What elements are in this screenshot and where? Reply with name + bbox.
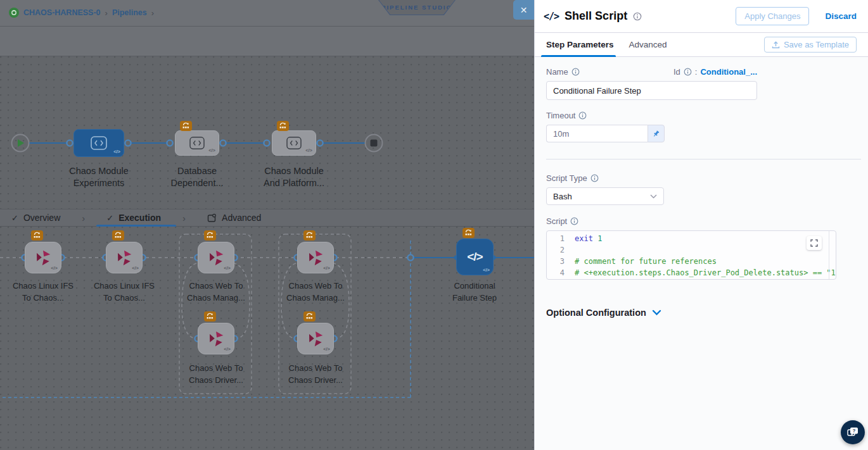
breadcrumb-chevron-icon: › [105,8,108,18]
chaos-experiment-icon [306,329,325,348]
pipeline-studio-badge: PIPELINE STUDIO [378,0,456,15]
info-icon[interactable] [570,217,578,225]
script-code-editor[interactable]: 1 exit 1 2 3 # comment for future refere… [546,230,836,280]
tab-advanced-panel[interactable]: Advanced [629,40,667,49]
breadcrumb-pipelines-link[interactable]: Pipelines [112,8,147,17]
step-template-badge-icon [303,230,316,241]
stage-node-chaos-module-experiments[interactable]: </> [73,129,124,157]
step-id-value-link[interactable]: Conditional_... [700,67,757,77]
top-header-row: CHAOS-HARNESS-0 › Pipelines › PIPELINE S… [0,0,534,27]
step-node-chaos-web-manager-1[interactable]: </> [198,242,234,273]
step-label: Chaos Linux IFSTo Chaos... [2,280,84,304]
code-line: 1 exit 1 [547,233,836,244]
step-code-icon: </> [323,265,330,271]
name-field-label: Name [546,67,580,77]
chevron-down-icon [652,309,661,316]
script-field-label: Script [546,216,857,226]
info-icon[interactable] [578,111,587,120]
stage-template-badge-icon [277,121,289,131]
tab-chevron-icon: › [182,213,186,223]
execution-graph-connectors [0,227,534,450]
pin-icon [652,130,660,138]
editor-scrollbar-gutter [829,231,829,279]
step-code-icon: </> [224,346,231,352]
step-template-badge-icon [204,311,216,322]
tab-step-parameters[interactable]: Step Parameters [546,40,614,49]
info-icon[interactable] [571,68,580,76]
help-chat-icon: ? [846,427,859,438]
step-label: Chaos Web ToChaos Manag... [175,280,257,304]
pipeline-studio-dimmed-background: CHAOS-HARNESS-0 › Pipelines › PIPELINE S… [0,0,534,450]
discard-button[interactable]: Discard [825,11,857,21]
chevron-down-icon [650,194,657,199]
step-code-icon: </> [51,265,58,271]
optional-configuration-toggle[interactable]: Optional Configuration [546,308,857,318]
step-type-title: Shell Script [565,9,627,23]
help-resources-button[interactable]: ? [841,420,865,444]
script-type-selected-value: Bash [553,192,572,201]
step-template-badge-icon [31,230,43,241]
check-icon: ✓ [11,213,18,223]
breadcrumb-chevron-icon: › [151,8,154,18]
breadcrumb-project-link[interactable]: CHAOS-HARNESS-0 [23,8,101,17]
shell-script-icon: </> [467,250,482,264]
save-template-icon [772,41,780,49]
info-icon[interactable] [684,68,692,76]
step-node-chaos-linux-ifs-1[interactable]: </> [25,242,61,273]
step-label: Chaos Linux IFSTo Chaos... [83,280,165,304]
tab-advanced[interactable]: Advanced [207,213,261,223]
execution-graph-canvas: </> </> [0,227,534,450]
stage-code-icon: </> [305,147,312,153]
stage-template-badge-icon [180,121,192,131]
section-divider [546,159,861,159]
info-icon[interactable] [590,174,599,182]
timeout-input[interactable] [546,125,648,142]
code-line: 2 [547,244,836,256]
chaos-experiment-icon [34,248,53,267]
tab-overview[interactable]: ✓ Overview [11,213,60,223]
stage-node-database-dependent[interactable]: </> [175,130,219,156]
step-template-badge-icon [112,230,124,241]
script-type-field-label: Script Type [546,173,857,183]
chaos-module-icon [188,136,206,150]
stage-label: DatabaseDependent... [146,165,248,189]
step-node-chaos-web-manager-2[interactable]: </> [297,242,334,273]
shell-script-icon: </> [544,11,559,22]
step-label: Chaos Web ToChaos Manag... [274,280,357,304]
advanced-tab-icon [207,213,217,223]
step-label: Chaos Web ToChaos Driver... [274,362,357,386]
check-icon: ✓ [106,213,113,223]
stage-label: Chaos ModuleAnd Platform... [243,165,345,189]
step-parameters-form: Name Id : Conditional_... [535,57,868,318]
step-config-header: </> Shell Script Apply Changes Discard [535,0,868,33]
expand-editor-button[interactable] [807,236,822,250]
stage-tabbar: ✓ Overview › ✓ Execution › Advanced [0,209,534,227]
save-as-template-button[interactable]: Save as Template [764,37,857,53]
code-line: 4 # <+execution.steps.Chaos_Driver_Pod_D… [547,267,836,278]
close-drawer-button[interactable]: ✕ [513,0,534,20]
script-type-select[interactable]: Bash [546,187,664,205]
step-config-tabs: Step Parameters Advanced Save as Templat… [535,33,868,57]
input-type-pin-button[interactable] [648,125,665,142]
tab-execution[interactable]: ✓ Execution [106,213,161,223]
chaos-experiment-icon [115,248,134,267]
apply-changes-button[interactable]: Apply Changes [736,7,809,25]
chaos-experiment-icon [207,329,226,348]
step-node-chaos-linux-ifs-2[interactable]: </> [106,242,143,273]
step-node-conditional-failure-selected[interactable]: </> </> [456,239,494,275]
chaos-experiment-icon [306,248,325,267]
name-input[interactable] [546,81,757,100]
step-code-icon: </> [483,267,490,273]
timeout-field-label: Timeout [546,111,857,120]
step-code-icon: </> [323,346,330,352]
stage-node-chaos-module-and-platform[interactable]: </> [272,130,316,156]
step-node-chaos-web-driver-2[interactable]: </> [297,323,334,354]
step-template-badge-icon [303,311,316,322]
project-icon [9,8,19,18]
step-node-chaos-web-driver-1[interactable]: </> [198,323,234,354]
info-icon[interactable] [633,12,642,21]
id-colon: : [695,67,698,77]
step-label: Chaos Web ToChaos Driver... [175,362,257,386]
stage-label: Chaos ModuleExperiments [48,165,150,189]
stage-code-icon: </> [113,149,120,154]
